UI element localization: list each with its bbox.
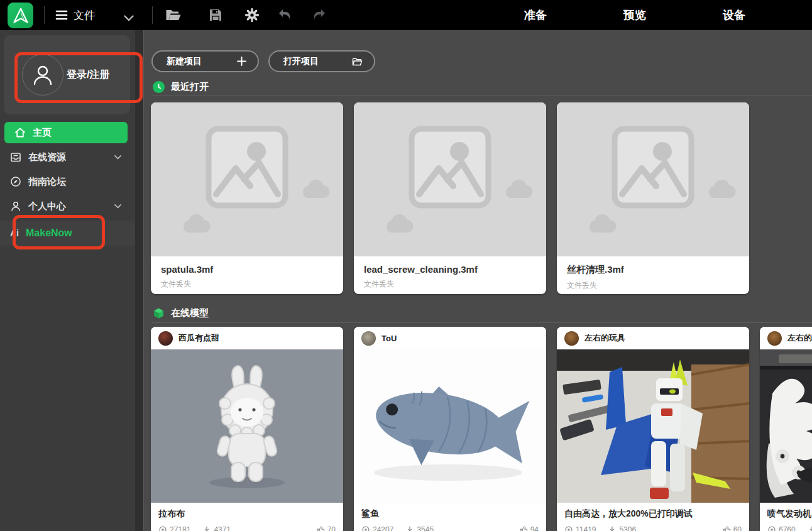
creator-name: ToU (381, 334, 397, 343)
compass-icon (10, 176, 21, 187)
sidebar-item-label: 在线资源 (28, 151, 66, 163)
downloads-count: 3545 (417, 525, 434, 531)
open-folder-icon[interactable] (165, 7, 182, 23)
save-icon[interactable] (207, 7, 224, 23)
creator-name: 西瓜有点甜 (178, 332, 219, 344)
views-count: 6760 (779, 525, 796, 531)
creator-avatar (564, 331, 579, 346)
app-window: 文件 准备 预览 设备 登录/注册 (0, 0, 812, 531)
tab-prepare-label: 准备 (524, 8, 547, 23)
hamburger-icon (55, 10, 68, 20)
sidebar-item-online-resources[interactable]: 在线资源 (0, 146, 135, 168)
gear-icon[interactable] (244, 7, 260, 23)
recent-file-status: 文件丢失 (567, 280, 739, 291)
sidebar-item-guide-forum[interactable]: 指南论坛 (0, 170, 135, 193)
divider (151, 96, 812, 96)
home-icon (14, 127, 26, 138)
recent-file-name: lead_screw_cleaning.3mf (364, 264, 536, 275)
plus-icon (237, 57, 246, 66)
recent-section-title: 最近打开 (171, 81, 209, 93)
likes-count: 94 (530, 525, 539, 531)
tab-device[interactable]: 设备 (717, 0, 751, 30)
inbox-icon (10, 151, 21, 163)
thumbnail-placeholder (354, 102, 546, 256)
cube-icon (153, 307, 165, 319)
sidebar-item-personal-center[interactable]: 个人中心 (0, 195, 135, 217)
divider (152, 6, 153, 24)
top-bar: 文件 准备 预览 设备 (0, 0, 812, 30)
model-image-shark (354, 349, 546, 503)
model-card[interactable]: 左右的玩具 (557, 327, 749, 531)
sidebar-item-label: MakeNow (26, 227, 72, 239)
main-content: 新建项目 打开项目 最近打开 spatula.3mf (144, 30, 812, 531)
recent-section-header: 最近打开 (153, 81, 209, 93)
sidebar-item-makenow[interactable]: Ai MakeNow (0, 221, 135, 246)
views-count: 11419 (576, 525, 596, 531)
model-title: 拉布布 (158, 508, 336, 520)
views-count: 24207 (373, 525, 393, 531)
folder-open-icon (352, 57, 363, 66)
model-stats: 11419 5306 60 (564, 525, 742, 531)
recent-file-card[interactable]: spatula.3mf 文件丢失 (151, 102, 343, 294)
model-image-labubu (151, 349, 343, 503)
tab-preview[interactable]: 预览 (618, 0, 652, 30)
model-title: 鲨鱼 (361, 508, 539, 520)
undo-icon[interactable] (277, 7, 294, 23)
sidebar-item-label: 主页 (33, 127, 52, 139)
tab-prepare[interactable]: 准备 (518, 0, 552, 30)
sidebar-item-label: 指南论坛 (28, 176, 66, 188)
creator-avatar (767, 331, 782, 346)
open-project-label: 打开项目 (283, 56, 319, 67)
open-project-button[interactable]: 打开项目 (268, 50, 375, 72)
model-card[interactable]: 左右的玩具 喷气发动 (760, 327, 812, 531)
model-stats: 6760 531 (767, 525, 812, 531)
sidebar-divider (135, 30, 144, 531)
likes-count: 60 (733, 525, 742, 531)
model-title: 自由高达，放大200%已打印调试 (564, 508, 742, 520)
app-logo-icon[interactable] (8, 3, 33, 28)
model-stats: 27181 4371 70 (158, 525, 336, 531)
new-project-label: 新建项目 (167, 56, 202, 67)
file-menu[interactable]: 文件 (55, 0, 95, 30)
sidebar: 登录/注册 主页 在线资源 指南论坛 (0, 30, 135, 531)
model-title: 喷气发动机 (767, 508, 812, 520)
chevron-down-icon[interactable] (114, 204, 121, 209)
downloads-count: 4371 (214, 525, 231, 531)
recent-file-card[interactable]: 丝杆清理.3mf 文件丢失 (557, 102, 749, 294)
recent-file-name: spatula.3mf (161, 264, 333, 275)
divider (44, 6, 45, 24)
avatar (22, 54, 63, 96)
online-section-title: 在线模型 (171, 307, 209, 319)
sidebar-item-home[interactable]: 主页 (4, 122, 128, 143)
recent-file-status: 文件丢失 (161, 279, 333, 290)
online-section-header: 在线模型 (153, 307, 209, 319)
model-card[interactable]: 西瓜有点甜 (151, 327, 343, 531)
redo-icon[interactable] (310, 7, 327, 23)
chevron-down-icon[interactable] (121, 10, 137, 26)
tab-preview-label: 预览 (623, 8, 646, 23)
creator-name: 左右的玩具 (584, 332, 625, 344)
model-image-gundam (557, 349, 749, 503)
thumbnail-placeholder (151, 102, 343, 256)
person-icon (10, 200, 21, 212)
likes-count: 70 (327, 525, 336, 531)
login-register-button[interactable]: 登录/注册 (4, 35, 130, 114)
thumbnail-placeholder (557, 102, 749, 256)
model-stats: 24207 3545 94 (361, 525, 539, 531)
recent-file-name: 丝杆清理.3mf (567, 264, 739, 276)
creator-name: 左右的玩具 (787, 332, 812, 344)
model-image-jet-engine (760, 349, 812, 503)
model-card[interactable]: ToU 鲨鱼 242 (354, 327, 546, 531)
new-project-button[interactable]: 新建项目 (151, 50, 259, 72)
sidebar-item-label: 个人中心 (28, 200, 66, 212)
login-register-label: 登录/注册 (67, 68, 109, 82)
chevron-down-icon[interactable] (114, 155, 121, 160)
divider (151, 322, 812, 323)
creator-avatar (158, 331, 173, 346)
recent-file-status: 文件丢失 (364, 279, 536, 290)
views-count: 27181 (170, 525, 190, 531)
recent-file-card[interactable]: lead_screw_cleaning.3mf 文件丢失 (354, 102, 546, 294)
file-menu-label: 文件 (74, 8, 95, 23)
tab-device-label: 设备 (723, 8, 745, 23)
downloads-count: 5306 (619, 525, 636, 531)
